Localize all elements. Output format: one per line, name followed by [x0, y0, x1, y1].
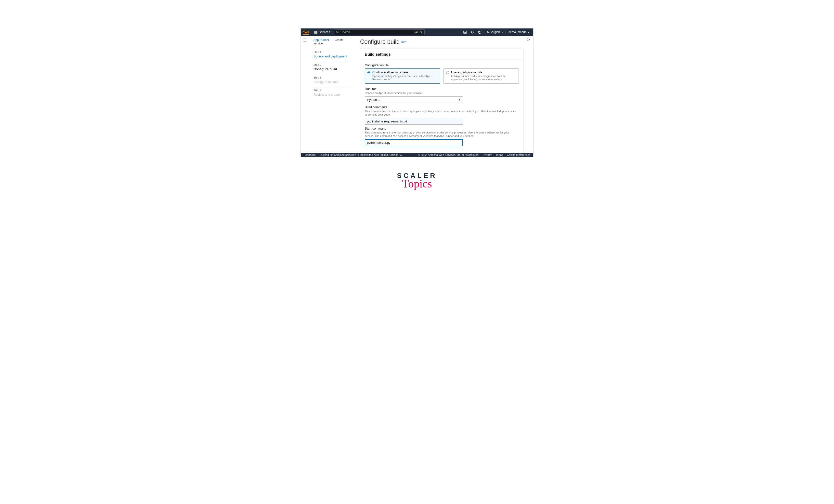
services-menu[interactable]: Services — [312, 30, 332, 34]
radio-selected-icon — [368, 71, 370, 74]
external-link-icon — [399, 153, 402, 156]
aws-logo[interactable]: aws — [303, 30, 309, 35]
search-shortcut: [Alt+S] — [415, 31, 423, 34]
info-link[interactable]: Info — [401, 41, 406, 44]
wizard-steps: App Runner › Create service Step 1 Sourc… — [313, 38, 355, 153]
chevron-right-icon: › — [331, 38, 332, 42]
language-hint: Looking for language selection? Find it … — [320, 153, 402, 156]
runtime-select[interactable]: Python 3 ▼ — [365, 96, 463, 103]
watermark-logo: SCALER Topics — [397, 172, 437, 190]
radio-unselected-icon — [446, 71, 449, 74]
search-icon — [336, 30, 339, 34]
config-file-label: Configuration file — [365, 63, 519, 67]
build-command-input[interactable] — [365, 118, 463, 125]
grid-icon — [314, 31, 317, 34]
hamburger-icon[interactable]: ☰ — [303, 38, 307, 42]
copyright: © 2022, Amazon Web Services, Inc. or its… — [418, 153, 479, 156]
terms-link[interactable]: Terms — [496, 153, 503, 156]
page-title: Configure build Info — [360, 38, 524, 45]
start-command-input[interactable] — [365, 139, 463, 146]
svg-line-1 — [338, 32, 339, 33]
chevron-down-icon: ▼ — [458, 98, 461, 101]
feedback-link[interactable]: Feedback — [304, 153, 315, 156]
step-1[interactable]: Step 1 Source and deployment — [313, 49, 350, 61]
help-icon[interactable] — [478, 30, 482, 34]
breadcrumb-root[interactable]: App Runner — [313, 38, 329, 42]
cloudshell-icon[interactable] — [463, 30, 467, 34]
notifications-icon[interactable] — [471, 30, 474, 34]
step-2: Step 2 Configure build — [313, 61, 350, 74]
breadcrumb: App Runner › Create service — [313, 38, 350, 45]
main-content: Configure build Info Build settings Conf… — [355, 38, 524, 153]
console-body: ☰ App Runner › Create service Step 1 Sou… — [301, 36, 533, 153]
unified-settings-link[interactable]: Unified Settings — [379, 153, 398, 156]
top-nav: aws Services Search [Alt+S] — [301, 28, 533, 36]
start-command-label: Start command — [365, 127, 519, 130]
privacy-link[interactable]: Privacy — [483, 153, 492, 156]
search-input[interactable]: Search [Alt+S] — [334, 29, 424, 35]
svg-point-0 — [336, 31, 338, 32]
start-command-desc: This command runs in the root directory … — [365, 131, 519, 138]
services-label: Services — [319, 30, 330, 34]
option-use-config-file[interactable]: Use a configuration file Let App Runner … — [443, 68, 519, 84]
option-configure-here[interactable]: Configure all settings here Specify all … — [365, 68, 440, 84]
region-selector[interactable]: N. Virginia — [487, 30, 503, 34]
runtime-desc: Choose an App Runner runtime for your se… — [365, 91, 519, 95]
svg-rect-2 — [463, 31, 466, 34]
cookie-preferences-link[interactable]: Cookie preferences — [507, 153, 530, 156]
runtime-label: Runtime — [365, 87, 519, 91]
build-settings-panel: Build settings Configuration file Config… — [360, 49, 524, 153]
footer: Feedback Looking for language selection?… — [301, 153, 533, 157]
search-placeholder: Search — [341, 30, 414, 34]
aws-console-frame: aws Services Search [Alt+S] — [301, 28, 533, 157]
build-command-label: Build command — [365, 105, 519, 109]
build-command-desc: This command runs in the root directory … — [365, 109, 519, 116]
account-menu[interactable]: demo_manual — [508, 30, 529, 34]
panel-header: Build settings — [360, 49, 523, 60]
step-3: Step 3 Configure service — [313, 74, 350, 87]
step-4: Step 4 Review and create — [313, 87, 350, 100]
info-panel-toggle-icon[interactable] — [526, 38, 530, 42]
